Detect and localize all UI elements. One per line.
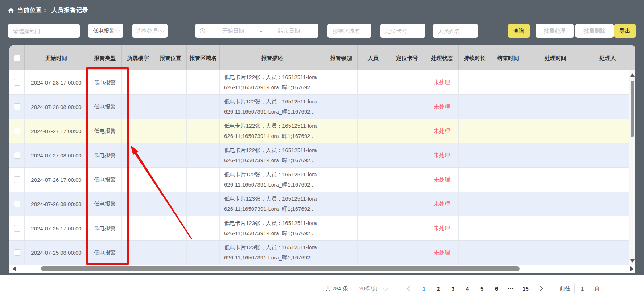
cell-area <box>187 70 220 95</box>
batch-delete-button[interactable]: 批量删除 <box>575 24 614 38</box>
cell-building <box>122 241 154 265</box>
cell-description: 低电卡片122张，人员：16512511-lora626-11;16507391… <box>220 70 325 95</box>
cell-card-number <box>389 143 425 168</box>
query-button[interactable]: 查询 <box>508 24 530 38</box>
cell-duration <box>459 216 491 241</box>
page-number-5[interactable]: 5 <box>476 283 487 294</box>
row-checkbox-cell <box>9 143 25 168</box>
row-checkbox[interactable] <box>14 79 20 86</box>
table-row: 2024-07-27 08:00:00低电报警低电卡片122张，人员：16512… <box>9 143 635 168</box>
chevron-right-icon <box>537 286 543 291</box>
cell-card-number <box>389 241 425 265</box>
date-range-picker[interactable]: 开始日期 - 结束日期 <box>195 24 318 38</box>
cell-person <box>358 192 389 216</box>
alarm-area-input[interactable] <box>327 24 371 38</box>
cell-start-time: 2024-07-25 17:00:00 <box>25 216 88 241</box>
row-checkbox[interactable] <box>14 152 20 159</box>
breadcrumb-prefix: 当前位置： <box>17 7 48 14</box>
department-input[interactable] <box>8 24 80 38</box>
cell-person <box>358 119 389 143</box>
row-checkbox-cell <box>9 192 25 216</box>
cell-end-time <box>491 168 525 192</box>
alarm-type-select[interactable]: 低电报警 <box>88 24 123 38</box>
start-date-placeholder[interactable]: 开始日期 <box>213 28 253 34</box>
table-row: 2024-07-28 08:00:00低电报警低电卡片122张，人员：16512… <box>9 95 635 119</box>
cell-alarm-type: 低电报警 <box>88 119 122 143</box>
horizontal-scrollbar-thumb[interactable] <box>41 266 520 271</box>
row-checkbox[interactable] <box>14 128 20 134</box>
cell-level <box>325 143 358 168</box>
next-page-button[interactable] <box>534 283 545 294</box>
cell-card-number <box>389 119 425 143</box>
select-all-checkbox[interactable] <box>14 55 20 61</box>
clock-icon <box>199 28 205 34</box>
breadcrumb: 当前位置： 人员报警记录 <box>8 7 88 14</box>
cell-start-time: 2024-07-28 17:00:00 <box>25 70 88 95</box>
goto-page-input[interactable] <box>574 283 590 294</box>
scroll-down-arrow-icon[interactable] <box>630 259 635 263</box>
page-number-15[interactable]: 15 <box>520 283 531 294</box>
alarm-table: 开始时间报警类型所属楼宇报警位置报警区域名报警描述报警级别人员定位卡号处理状态持… <box>9 45 635 273</box>
cell-description: 低电卡片123张，人员：16512511-lora626-11;16507391… <box>220 216 325 241</box>
vertical-scrollbar-thumb[interactable] <box>631 81 634 137</box>
scroll-right-arrow-icon[interactable] <box>630 266 634 271</box>
card-number-input[interactable] <box>380 24 425 38</box>
home-icon[interactable] <box>8 7 14 14</box>
cell-processor <box>586 192 629 216</box>
page-number-list: 123456•••15 <box>417 283 533 294</box>
page-size-select[interactable]: 20条/页 <box>359 285 388 292</box>
cell-person <box>358 143 389 168</box>
cell-end-time <box>491 70 525 95</box>
page-number-6[interactable]: 6 <box>491 283 502 294</box>
page: 当前位置： 人员报警记录 低电报警 选择处理状 开始日期 - 结束日期 查询 批… <box>0 0 644 307</box>
cell-duration <box>459 95 491 119</box>
cell-alarm-type: 低电报警 <box>88 192 122 216</box>
row-checkbox[interactable] <box>14 225 20 232</box>
cell-location <box>154 168 187 192</box>
cell-start-time: 2024-07-25 08:00:00 <box>25 241 88 265</box>
cell-description: 低电卡片122张，人员：16512511-lora626-11;16507391… <box>220 143 325 168</box>
cell-area <box>187 241 220 265</box>
scroll-left-arrow-icon[interactable] <box>12 266 16 271</box>
column-header-5: 报警区域名 <box>187 45 220 70</box>
end-date-placeholder[interactable]: 结束日期 <box>269 28 309 34</box>
batch-process-button[interactable]: 批量处理 <box>536 24 574 38</box>
row-checkbox[interactable] <box>14 103 20 110</box>
page-number-3[interactable]: 3 <box>447 283 458 294</box>
page-number-2[interactable]: 2 <box>433 283 444 294</box>
row-checkbox[interactable] <box>14 249 20 256</box>
cell-area <box>187 119 220 143</box>
cell-end-time <box>491 119 525 143</box>
cell-processor <box>586 241 629 265</box>
cell-card-number <box>389 95 425 119</box>
row-checkbox-cell <box>9 168 25 192</box>
scroll-up-arrow-icon[interactable] <box>630 73 635 77</box>
page-number-1[interactable]: 1 <box>418 283 429 294</box>
export-button[interactable]: 导出 <box>614 24 636 38</box>
cell-building <box>122 119 154 143</box>
column-header-7: 报警级别 <box>325 45 358 70</box>
cell-end-time <box>491 216 525 241</box>
cell-location <box>154 119 187 143</box>
cell-person <box>358 70 389 95</box>
cell-processor <box>586 95 629 119</box>
row-checkbox[interactable] <box>14 201 20 207</box>
cell-level <box>325 119 358 143</box>
cell-level <box>325 168 358 192</box>
goto-page: 前往 页 <box>560 283 600 294</box>
date-separator: - <box>253 28 269 34</box>
row-checkbox-cell <box>9 216 25 241</box>
prev-page-button[interactable] <box>404 283 415 294</box>
cell-alarm-type: 低电报警 <box>88 95 122 119</box>
column-header-4: 报警位置 <box>154 45 187 70</box>
cell-location <box>154 95 187 119</box>
process-status-select[interactable]: 选择处理状 <box>132 24 168 38</box>
row-checkbox[interactable] <box>14 176 20 183</box>
cell-building <box>122 95 154 119</box>
page-ellipsis[interactable]: ••• <box>505 283 516 294</box>
cell-person <box>358 168 389 192</box>
cell-status: 未处理 <box>425 241 459 265</box>
person-name-input[interactable] <box>433 24 478 38</box>
cell-card-number <box>389 70 425 95</box>
page-number-4[interactable]: 4 <box>462 283 473 294</box>
